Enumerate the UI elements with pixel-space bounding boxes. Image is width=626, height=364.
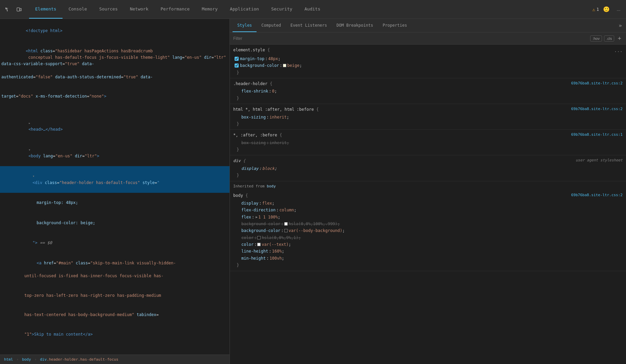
dom-tree[interactable]: <!doctype html> <html class="hasSidebar … (0, 19, 230, 355)
flex-direction-prop: flex-direction : column ; (233, 207, 623, 213)
tab-sources[interactable]: Sources (93, 0, 124, 19)
box-sizing-strike-value[interactable]: inherit (269, 139, 287, 146)
flex-value[interactable]: 1 1 100% (258, 214, 278, 220)
box-sizing-strike-name: box-sizing (240, 139, 266, 146)
flex-direction-value[interactable]: column (279, 207, 294, 213)
styles-content-area: element.style { ... margin-top : 48px ; … (230, 45, 626, 364)
div-user-agent-header: div { user agent stylesheet (233, 157, 623, 164)
breadcrumb-html[interactable]: html (3, 357, 15, 362)
body-rule-header: body { 69b76ba8.site-ltr.css:2 (233, 192, 623, 199)
header-holder-header: .header-holder { 69b76ba8.site-ltr.css:2 (233, 80, 623, 87)
element-style-selector: element.style { (233, 47, 270, 53)
color-strike-value[interactable]: hsla(0,0%,9%,1) (262, 234, 298, 241)
beige-swatch[interactable] (283, 64, 286, 67)
margin-top-name: margin-top (240, 55, 264, 62)
tab-performance[interactable]: Performance (154, 0, 196, 19)
line-height-name: line-height (240, 248, 268, 255)
tab-properties[interactable]: Properties (378, 19, 412, 32)
bg-color-strike-value[interactable]: hsla(0,0%,100%,.999) (289, 220, 338, 227)
element-style-header: element.style { ... (233, 47, 623, 55)
header-holder-source[interactable]: 69b76ba8.site-ltr.css:2 (571, 80, 623, 87)
toolbar-right-area: ⚠ 1 🙂 ... (592, 5, 623, 14)
svg-rect-1 (20, 8, 21, 11)
tab-network[interactable]: Network (124, 0, 154, 19)
margin-top-checkbox[interactable] (235, 57, 239, 61)
div-ua-close: } (233, 172, 623, 179)
add-rule-button[interactable]: + (616, 35, 623, 42)
tabs-overflow-button[interactable]: » (617, 22, 623, 29)
star-source[interactable]: 69b76ba8.site-ltr.css:1 (571, 132, 623, 138)
tab-memory[interactable]: Memory (196, 0, 224, 19)
warning-count: 1 (597, 7, 599, 12)
display-block-value[interactable]: block (262, 165, 274, 172)
body-source[interactable]: 69b76ba8.site-ltr.css:2 (571, 192, 623, 199)
tab-dom-breakpoints[interactable]: DOM Breakpoints (332, 19, 378, 32)
light-text-swatch[interactable] (257, 243, 261, 246)
toolbar-icon-group (3, 5, 24, 14)
header-holder-rule: .header-holder { 69b76ba8.site-ltr.css:2… (230, 78, 626, 104)
device-toolbar-button[interactable] (14, 5, 24, 14)
tab-event-listeners[interactable]: Event Listeners (286, 19, 332, 32)
dark-swatch[interactable] (284, 229, 288, 232)
div-header-area-holder-line[interactable]: <div id="headerAreaHolder" data-bi-name=… (0, 351, 230, 355)
html-tag-line[interactable]: <html class="hasSidebar hasPageActions h… (0, 41, 230, 113)
color-var-value[interactable]: var(--text) (262, 241, 288, 248)
anchor-skip-line[interactable]: <a href="#main" class="skip-to-main-link… (0, 253, 230, 351)
tab-styles[interactable]: Styles (233, 19, 257, 32)
inherited-header: Inherited from body (230, 181, 626, 190)
html-star-selector: html *, html :after, html :before { (233, 106, 319, 113)
warning-icon: ⚠ (592, 7, 595, 12)
margin-top-value[interactable]: 48px (268, 55, 278, 62)
display-flex-value[interactable]: flex (262, 200, 272, 207)
rule-ellipsis[interactable]: ... (614, 47, 623, 55)
margin-top-prop: margin-top : 48px ; (233, 55, 623, 62)
box-sizing-inherit-prop: box-sizing : inherit ; (233, 114, 623, 121)
styles-tab-bar: Styles Computed Event Listeners DOM Brea… (230, 19, 626, 32)
box-sizing-inherit-value[interactable]: inherit (269, 114, 287, 121)
body-selector: body { (233, 192, 248, 199)
hov-button[interactable]: :hov (590, 35, 602, 42)
elements-panel: <!doctype html> <html class="hasSidebar … (0, 19, 230, 364)
header-holder-close: } (233, 95, 623, 102)
flex-shrink-value[interactable]: 0 (272, 88, 274, 95)
cls-button[interactable]: .cls (604, 35, 615, 42)
color-strike-name: color (240, 234, 254, 241)
inspect-element-button[interactable] (3, 5, 12, 14)
line-height-prop: line-height : 160% ; (233, 248, 623, 255)
breadcrumb-body[interactable]: body (21, 357, 32, 362)
white-swatch[interactable] (284, 222, 288, 226)
tab-audits[interactable]: Audits (298, 0, 327, 19)
styles-filter-input[interactable] (233, 36, 590, 41)
line-height-value[interactable]: 160% (272, 248, 282, 255)
body-rule-close: } (233, 262, 623, 268)
smiley-button[interactable]: 🙂 (602, 5, 611, 14)
head-collapsed-line[interactable]: <head>…</head> (0, 113, 230, 140)
div-header-holder-line[interactable]: <div class="header-holder has-default-fo… (0, 166, 230, 193)
html-star-close: } (233, 121, 623, 127)
bg-color-value[interactable]: beige (287, 62, 299, 69)
warning-badge[interactable]: ⚠ 1 (592, 7, 599, 12)
filter-buttons-group: :hov .cls + (590, 35, 623, 42)
more-options-button[interactable]: ... (614, 5, 623, 14)
dark-text-swatch[interactable] (257, 236, 261, 239)
display-block-name: display (240, 165, 259, 172)
tab-application[interactable]: Application (224, 0, 265, 19)
min-height-value[interactable]: 100vh (269, 255, 282, 262)
tab-computed[interactable]: Computed (257, 19, 286, 32)
breadcrumb-div[interactable]: div.header-holder.has-default-focus (39, 357, 120, 362)
flex-direction-name: flex-direction (240, 207, 275, 213)
tab-elements[interactable]: Elements (29, 0, 63, 19)
main-toolbar: Elements Console Sources Network Perform… (0, 0, 626, 19)
tab-security[interactable]: Security (265, 0, 298, 19)
star-rule-close: } (233, 146, 623, 153)
doctype-text: <!doctype html> (26, 28, 62, 33)
bg-color-var-value[interactable]: var(--body-background) (289, 227, 342, 234)
html-star-source[interactable]: 69b76ba8.site-ltr.css:2 (571, 106, 623, 112)
tab-console[interactable]: Console (63, 0, 93, 19)
user-agent-label: user agent stylesheet (576, 157, 623, 164)
style-margin-top: margin-top: 48px; (0, 193, 230, 213)
min-height-name: min-height (240, 255, 266, 262)
bg-color-checkbox[interactable] (235, 63, 239, 68)
body-tag-line[interactable]: <body lang="en-us" dir="ltr"> (0, 139, 230, 166)
bg-color-name: background-color (240, 62, 279, 69)
